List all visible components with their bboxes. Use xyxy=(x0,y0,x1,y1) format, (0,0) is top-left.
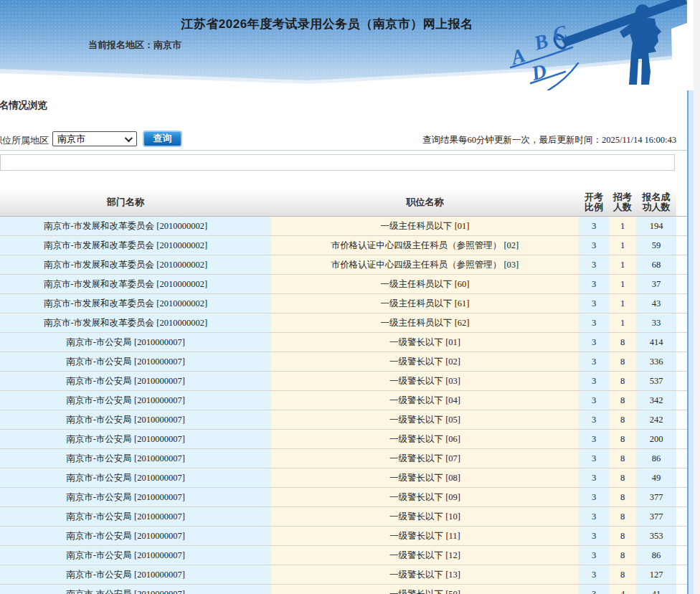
success-cell: 194 xyxy=(636,217,676,235)
table-row: 南京市-市公安局 [2010000007] 一级警长以下 [13] 3 8 12… xyxy=(0,565,687,585)
recruit-cell: 8 xyxy=(609,527,636,545)
row-filler xyxy=(676,546,687,565)
row-filler xyxy=(676,488,687,506)
table-row: 南京市-市发展和改革委员会 [2010000002] 一级主任科员以下 [61]… xyxy=(0,294,687,314)
position-cell: 一级警长以下 [12] xyxy=(271,546,579,565)
col-header-filler xyxy=(676,188,687,216)
recruit-cell: 8 xyxy=(609,391,636,410)
recruit-cell: 8 xyxy=(609,488,636,506)
success-cell: 49 xyxy=(636,468,676,487)
dept-cell: 南京市-市公安局 [2010000007] xyxy=(0,410,271,429)
table-row: 南京市-市发展和改革委员会 [2010000002] 一级主任科员以下 [62]… xyxy=(0,314,687,333)
position-cell: 一级主任科员以下 [60] xyxy=(271,275,579,293)
position-cell: 一级警长以下 [02] xyxy=(271,352,579,371)
table-header-row: 部门名称 职位名称 开考 比例 招考 人数 报名成 功人数 xyxy=(0,188,687,217)
dept-cell: 南京市-市公安局 [2010000007] xyxy=(0,468,271,487)
row-filler xyxy=(676,352,687,371)
recruit-cell: 8 xyxy=(609,449,636,468)
col-header-department: 部门名称 xyxy=(0,188,271,216)
dept-cell: 南京市-市公安局 [2010000007] xyxy=(0,565,271,584)
ratio-cell: 3 xyxy=(579,565,609,584)
table-row: 南京市-市发展和改革委员会 [2010000002] 一级主任科员以下 [60]… xyxy=(0,275,687,294)
dept-cell: 南京市-市发展和改革委员会 [2010000002] xyxy=(0,236,271,255)
row-filler xyxy=(676,585,687,594)
success-cell: 43 xyxy=(636,294,676,313)
success-cell: 342 xyxy=(636,391,676,410)
recruit-cell: 8 xyxy=(609,410,636,429)
dept-cell: 南京市-市发展和改革委员会 [2010000002] xyxy=(0,314,271,332)
dept-cell: 南京市-市公安局 [2010000007] xyxy=(0,488,271,506)
dept-cell: 南京市-市公安局 [2010000007] xyxy=(0,391,271,410)
table-row: 南京市-市公安局 [2010000007] 一级警长以下 [01] 3 8 41… xyxy=(0,333,687,352)
frame-scrollbar[interactable] xyxy=(687,90,694,594)
dept-cell: 南京市-市公安局 [2010000007] xyxy=(0,585,271,594)
row-filler xyxy=(676,333,687,352)
row-filler xyxy=(676,372,687,390)
row-filler xyxy=(676,391,687,410)
row-filler xyxy=(676,430,687,448)
table-row: 南京市-市发展和改革委员会 [2010000002] 市价格认证中心四级主任科员… xyxy=(0,255,687,275)
current-region-label: 当前报名地区：南京市 xyxy=(88,39,181,52)
section-title: 报名情况浏览 xyxy=(0,99,47,112)
success-cell: 68 xyxy=(636,255,676,274)
ratio-cell: 3 xyxy=(579,468,609,487)
recruit-cell: 8 xyxy=(609,352,636,371)
ratio-cell: 3 xyxy=(579,333,609,352)
position-cell: 一级警长以下 [08] xyxy=(271,468,579,487)
recruit-cell: 1 xyxy=(609,275,636,293)
row-filler xyxy=(676,527,687,545)
table-body: 南京市-市发展和改革委员会 [2010000002] 一级主任科员以下 [01]… xyxy=(0,217,687,594)
position-cell: 一级警长以下 [01] xyxy=(271,333,579,352)
table-row: 南京市-市公安局 [2010000007] 一级警长以下 [06] 3 8 20… xyxy=(0,430,687,449)
col-header-recruit-count: 招考 人数 xyxy=(609,188,636,216)
success-cell: 33 xyxy=(636,314,676,332)
position-cell: 一级主任科员以下 [62] xyxy=(271,314,579,332)
window-scrollbar[interactable] xyxy=(694,0,700,594)
row-filler xyxy=(676,314,687,332)
table-row: 南京市-市公安局 [2010000007] 一级警长以下 [50] 3 4 41 xyxy=(0,585,687,594)
col-header-position: 职位名称 xyxy=(271,188,579,216)
ratio-cell: 3 xyxy=(579,314,609,332)
page-title: 江苏省2026年度考试录用公务员（南京市）网上报名 xyxy=(0,16,654,32)
table-row: 南京市-市公安局 [2010000007] 一级警长以下 [08] 3 8 49 xyxy=(0,468,687,488)
ratio-cell: 3 xyxy=(579,275,609,293)
row-filler xyxy=(676,507,687,526)
row-filler xyxy=(676,449,687,468)
dept-cell: 南京市-市发展和改革委员会 [2010000002] xyxy=(0,275,271,293)
recruit-cell: 8 xyxy=(609,430,636,448)
col-header-success-count: 报名成 功人数 xyxy=(636,188,676,216)
dept-cell: 南京市-市公安局 [2010000007] xyxy=(0,333,271,352)
row-filler xyxy=(676,275,687,293)
position-cell: 一级警长以下 [05] xyxy=(271,410,579,429)
dept-cell: 南京市-市公安局 [2010000007] xyxy=(0,449,271,468)
letter-b: B xyxy=(531,29,550,55)
separator-line xyxy=(0,150,687,151)
ratio-cell: 3 xyxy=(579,507,609,526)
position-cell: 市价格认证中心四级主任科员（参照管理） [03] xyxy=(271,255,579,274)
row-filler xyxy=(676,255,687,274)
dept-cell: 南京市-市发展和改革委员会 [2010000002] xyxy=(0,255,271,274)
recruit-cell: 1 xyxy=(609,255,636,274)
recruit-cell: 1 xyxy=(609,314,636,332)
ratio-cell: 3 xyxy=(579,488,609,506)
table-row: 南京市-市公安局 [2010000007] 一级警长以下 [12] 3 8 86 xyxy=(0,546,687,565)
dept-cell: 南京市-市公安局 [2010000007] xyxy=(0,546,271,565)
dept-cell: 南京市-市公安局 [2010000007] xyxy=(0,507,271,526)
position-cell: 一级警长以下 [10] xyxy=(271,507,579,526)
recruit-cell: 1 xyxy=(609,236,636,255)
recruit-cell: 8 xyxy=(609,333,636,352)
position-cell: 一级警长以下 [50] xyxy=(271,585,579,594)
update-note: 查询结果每60分钟更新一次，最后更新时间：2025/11/14 16:00:43 xyxy=(0,134,676,146)
dept-cell: 南京市-市公安局 [2010000007] xyxy=(0,372,271,390)
ratio-cell: 3 xyxy=(579,449,609,468)
banner: A B C D 江苏省2026年度考试录用公务员（南京市）网上报名 当前报名地区… xyxy=(0,0,687,90)
ratio-cell: 3 xyxy=(579,391,609,410)
row-filler xyxy=(676,468,687,487)
success-cell: 242 xyxy=(636,410,676,429)
success-cell: 86 xyxy=(636,449,676,468)
table-row: 南京市-市公安局 [2010000007] 一级警长以下 [10] 3 8 37… xyxy=(0,507,687,527)
recruit-cell: 8 xyxy=(609,507,636,526)
position-cell: 一级主任科员以下 [01] xyxy=(271,217,579,235)
empty-notice-box xyxy=(0,154,675,171)
success-cell: 37 xyxy=(636,275,676,293)
